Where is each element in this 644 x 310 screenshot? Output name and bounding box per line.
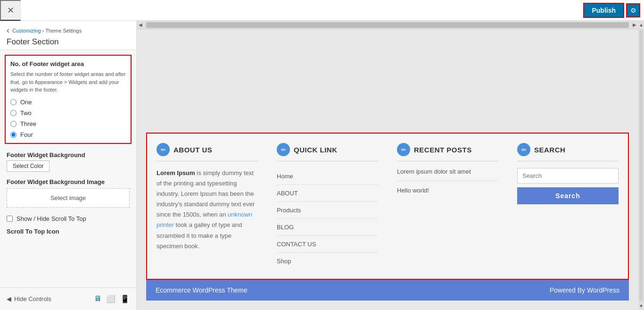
breadcrumb: Customizing › Theme Settings [12, 28, 82, 34]
publish-button[interactable]: Publish [583, 3, 624, 18]
section-title: Footer Section [7, 37, 130, 47]
footer-bar-right-text: Powered By WordPress [550, 286, 619, 294]
footer-columns: ✏ ABOUT US Lorem Ipsum is simply dummy t… [157, 143, 619, 269]
desktop-icon[interactable]: 🖥 [94, 294, 101, 303]
edit-search-icon[interactable]: ✏ [517, 143, 530, 156]
radio-one[interactable]: One [10, 99, 126, 106]
h-scrollbar-track[interactable] [146, 22, 629, 28]
footer-col-about: ✏ ABOUT US Lorem Ipsum is simply dummy t… [157, 143, 267, 269]
quick-links: Home ABOUT Products BLOG CONTACT US Shop [277, 168, 378, 269]
edit-quicklink-icon[interactable]: ✏ [277, 143, 290, 156]
h-scrollbar-thumb [146, 22, 629, 28]
v-scroll-up-arrow[interactable]: ▲ [637, 21, 644, 29]
quick-link-blog[interactable]: BLOG [277, 219, 378, 236]
edit-recent-icon[interactable]: ✏ [397, 143, 410, 156]
mobile-icon[interactable]: 📱 [120, 294, 130, 303]
quick-link-contact[interactable]: CONTACT US [277, 236, 378, 253]
footer-bar-left-text: Ecommerce WordPress Theme [156, 286, 248, 294]
hide-controls-button[interactable]: ◀ Hide Controls [7, 295, 51, 302]
sidebar-header: ‹ Customizing › Theme Settings Footer Se… [0, 21, 136, 50]
about-us-title: ABOUT US [173, 146, 212, 154]
radio-two[interactable]: Two [10, 109, 126, 117]
footer-col-quicklink-header: ✏ QUICK LINK [277, 143, 378, 161]
hide-controls-label: Hide Controls [14, 295, 51, 302]
breadcrumb-parent[interactable]: Customizing [12, 28, 41, 34]
v-scrollbar: ▲ ▼ [638, 21, 644, 310]
scroll-to-top-icon-label: Scroll To Top Icon [0, 225, 136, 237]
radio-four[interactable]: Four [10, 131, 126, 138]
gear-button[interactable]: ⚙ [626, 3, 640, 17]
footer-col-quicklink: ✏ QUICK LINK Home ABOUT Products BLOG CO… [267, 143, 388, 269]
search-submit-button[interactable]: Search [517, 187, 619, 204]
show-hide-scroll-label: Show / Hide Scroll To Top [17, 215, 86, 222]
radio-group: One Two Three Four [10, 99, 126, 138]
sidebar: ‹ Customizing › Theme Settings Footer Se… [0, 21, 137, 310]
about-text: Lorem Ipsum is simply dummy text of the … [157, 168, 258, 251]
h-scroll-right-arrow[interactable]: ▶ [631, 21, 638, 29]
footer-col-recent-posts: ✏ RECENT POSTS Lorem ipsum dolor sit ame… [388, 143, 508, 269]
about-lorem-bold: Lorem Ipsum [157, 169, 195, 176]
show-hide-scroll-checkbox[interactable]: Show / Hide Scroll To Top [0, 212, 136, 225]
recent-post-1: Lorem ipsum dolor sit amet [397, 168, 498, 181]
top-bar: ✕ Publish ⚙ [0, 0, 644, 21]
quick-link-home[interactable]: Home [277, 168, 378, 185]
footer-widget-bg-label: Footer Widget Background [0, 147, 136, 160]
quick-link-about[interactable]: ABOUT [277, 185, 378, 202]
quick-link-shop[interactable]: Shop [277, 253, 378, 269]
footer-col-search-header: ✏ SEARCH [517, 143, 619, 161]
recent-posts-title: RECENT POSTS [414, 146, 472, 154]
footer-bar: Ecommerce WordPress Theme Powered By Wor… [146, 280, 629, 301]
search-title: SEARCH [534, 146, 565, 154]
tablet-icon[interactable]: ⬜ [106, 294, 116, 303]
v-scroll-down-arrow[interactable]: ▼ [637, 302, 644, 310]
preview-content: ✏ ABOUT US Lorem Ipsum is simply dummy t… [137, 29, 638, 310]
preview-area: ◀ ▶ ✏ ABOUT US [137, 21, 638, 310]
select-image-button[interactable]: Select image [7, 188, 130, 208]
device-icons: 🖥 ⬜ 📱 [94, 294, 130, 303]
back-button[interactable]: ‹ [7, 25, 9, 35]
search-input[interactable] [517, 168, 619, 184]
select-color-button[interactable]: Select Color [7, 160, 50, 172]
quick-link-products[interactable]: Products [277, 202, 378, 219]
radio-three[interactable]: Three [10, 120, 126, 127]
h-scrollbar: ◀ ▶ [137, 21, 638, 29]
v-scrollbar-track[interactable] [639, 30, 643, 301]
widget-area-title: No. of Footer widget area [10, 60, 126, 67]
close-button[interactable]: ✕ [0, 0, 21, 21]
quick-link-title: QUICK LINK [294, 146, 338, 154]
back-arrow-icon: ‹ [7, 25, 9, 35]
recent-post-2: Hello world! [397, 187, 498, 200]
hide-controls-arrow-icon: ◀ [7, 295, 11, 302]
widget-area-desc: Select the number of footer widget areas… [10, 70, 126, 94]
footer-widget-bg-image-label: Footer Widget Background Image [7, 178, 130, 185]
preview-wrapper: ◀ ▶ ✏ ABOUT US [137, 21, 644, 310]
footer-col-recent-header: ✏ RECENT POSTS [397, 143, 498, 161]
footer-preview: ✏ ABOUT US Lorem Ipsum is simply dummy t… [146, 133, 629, 280]
footer-col-about-header: ✏ ABOUT US [157, 143, 258, 161]
main-layout: ‹ Customizing › Theme Settings Footer Se… [0, 21, 644, 310]
edit-about-icon[interactable]: ✏ [157, 143, 170, 156]
widget-area-box: No. of Footer widget area Select the num… [5, 55, 132, 144]
breadcrumb-current: Theme Settings [45, 28, 82, 34]
h-scroll-left-arrow[interactable]: ◀ [137, 21, 144, 29]
footer-widget-bg-image-section: Footer Widget Background Image Select im… [7, 178, 130, 208]
sidebar-bottom: ◀ Hide Controls 🖥 ⬜ 📱 [0, 287, 136, 310]
footer-col-search: ✏ SEARCH Search [508, 143, 619, 269]
recent-posts-list: Lorem ipsum dolor sit amet Hello world! [397, 168, 498, 200]
sidebar-content: No. of Footer widget area Select the num… [0, 50, 136, 287]
